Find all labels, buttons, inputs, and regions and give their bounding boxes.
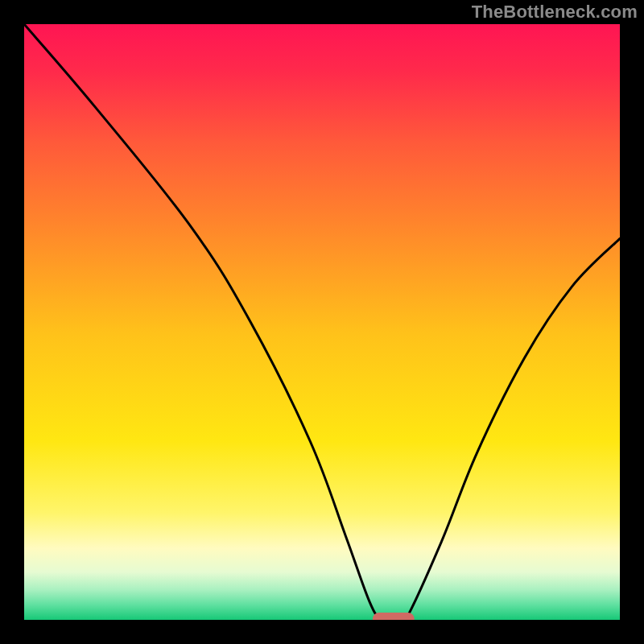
plot-area xyxy=(24,24,620,620)
watermark-text: TheBottleneck.com xyxy=(472,2,638,23)
gradient-background xyxy=(24,24,620,620)
bottleneck-chart xyxy=(24,24,620,620)
chart-frame: TheBottleneck.com xyxy=(0,0,644,644)
optimal-marker xyxy=(373,613,415,620)
